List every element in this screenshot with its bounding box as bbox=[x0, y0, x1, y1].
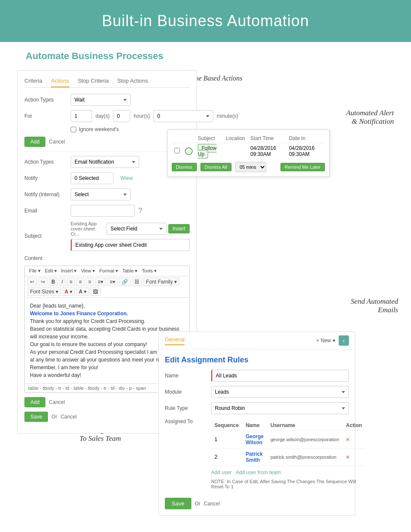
help-icon[interactable]: ? bbox=[138, 207, 142, 215]
rule-type-select[interactable]: Round Robin bbox=[211, 402, 349, 414]
bg-color-btn[interactable]: A ▾ bbox=[76, 287, 89, 296]
email-row: Email ? bbox=[24, 205, 190, 217]
add-button-1[interactable]: Add bbox=[24, 137, 45, 147]
menu-tools[interactable]: Tools ▾ bbox=[140, 267, 158, 275]
italic-btn[interactable]: I bbox=[59, 278, 66, 286]
insert-dropdown-label: Existing App cover sheet Cr... bbox=[71, 221, 105, 236]
redo-btn[interactable]: ↪ bbox=[38, 278, 48, 286]
tab-stop-criteria[interactable]: Stop Criteria bbox=[78, 78, 109, 87]
subject-row: Subject Existing App cover sheet Cr... S… bbox=[24, 221, 190, 251]
editor-line3: Thank you for applying for Credit Card P… bbox=[30, 317, 184, 325]
nav-back-button[interactable]: ‹ bbox=[339, 335, 349, 346]
dismiss-button[interactable]: Dismiss bbox=[172, 163, 197, 171]
module-row: Module Leads bbox=[165, 386, 349, 398]
action-1[interactable]: × bbox=[342, 431, 365, 448]
image-btn[interactable]: 🖼 bbox=[90, 287, 101, 296]
undo-btn[interactable]: ↩ bbox=[27, 278, 37, 286]
insert-button[interactable]: Insert bbox=[168, 224, 190, 233]
hour-unit: hour(s) bbox=[134, 113, 150, 119]
menu-edit[interactable]: Edit ▾ bbox=[43, 267, 59, 275]
table-row: 1 George Wilson george.wilson@jonescorpo… bbox=[211, 431, 365, 448]
tab-stop-actions[interactable]: Stop Actions bbox=[117, 78, 148, 87]
module-select[interactable]: Leads bbox=[211, 386, 349, 398]
user-email-1: george.wilson@jonescorporation bbox=[267, 431, 342, 448]
card-cancel-button[interactable]: Cancel bbox=[204, 501, 220, 507]
new-btn-arrow: ▾ bbox=[333, 338, 335, 344]
menu-file[interactable]: File ▾ bbox=[27, 267, 42, 275]
font-size-btn[interactable]: Font Sizes ▾ bbox=[27, 287, 61, 296]
add-button-2[interactable]: Add bbox=[24, 397, 45, 407]
tab-actions[interactable]: Actions bbox=[51, 78, 69, 87]
save-button[interactable]: Save bbox=[24, 412, 48, 422]
font-family-btn[interactable]: Font Family ▾ bbox=[143, 278, 179, 286]
user-email-2: patrick.smith@jonescorporation bbox=[267, 448, 342, 466]
bold-btn[interactable]: B bbox=[49, 278, 58, 286]
seq-1: 1 bbox=[211, 431, 242, 448]
align-right-btn[interactable]: ≡ bbox=[86, 278, 94, 286]
col-name: Name bbox=[242, 420, 267, 431]
notif-checkbox-col bbox=[172, 134, 182, 143]
add-cancel-row-1: Add Cancel bbox=[24, 137, 190, 147]
align-left-btn[interactable]: ≡ bbox=[67, 278, 75, 286]
email-input[interactable] bbox=[71, 205, 135, 217]
tab-criteria[interactable]: Criteria bbox=[24, 78, 42, 87]
mins-select[interactable]: 05 mins bbox=[235, 162, 266, 172]
card-tab-general[interactable]: General bbox=[165, 336, 185, 345]
notif-row-checkbox[interactable] bbox=[172, 143, 182, 160]
notify-internal-row: Notify (Internal) Select bbox=[24, 188, 190, 200]
col-subject: Subject bbox=[195, 134, 223, 143]
add-team-link[interactable]: Add user from team bbox=[235, 469, 280, 475]
subject-input[interactable] bbox=[71, 239, 190, 251]
action-types-select[interactable]: Wait bbox=[71, 94, 131, 106]
name-input[interactable] bbox=[211, 370, 349, 382]
minute-unit: minute(s) bbox=[217, 113, 238, 119]
day-unit: day(s) bbox=[95, 113, 110, 119]
editor-line1: Dear {leads last_name}, bbox=[30, 302, 184, 310]
col-username: Username bbox=[267, 420, 342, 431]
list-btn[interactable]: ≡▾ bbox=[95, 278, 106, 286]
header-title: Built-in Business Automation bbox=[102, 12, 309, 30]
action-types-row: Action Types Wait bbox=[24, 94, 190, 106]
page-header: Built-in Business Automation bbox=[0, 0, 411, 42]
card-save-button[interactable]: Save bbox=[165, 498, 191, 509]
for-hours-input[interactable] bbox=[113, 110, 130, 122]
menu-table[interactable]: Table ▾ bbox=[121, 267, 139, 275]
notif-row: ○ Follow Up 04/28/2016 09:30AM 04/28/201… bbox=[172, 143, 325, 160]
menu-format[interactable]: Format ▾ bbox=[98, 267, 120, 275]
subject-label: Subject bbox=[24, 233, 67, 239]
new-button[interactable]: + New ▾ bbox=[316, 338, 335, 344]
cancel-button-3[interactable]: Cancel bbox=[61, 414, 77, 420]
select-field-dropdown[interactable]: Select Field bbox=[107, 223, 167, 235]
email-label: Email bbox=[24, 208, 67, 214]
menu-view[interactable]: View ▾ bbox=[79, 267, 97, 275]
note-text: NOTE: In Case of Edit, After Saving The … bbox=[211, 479, 365, 489]
notify-internal-select[interactable]: Select bbox=[71, 188, 131, 200]
card-header-right: + New ▾ ‹ bbox=[316, 335, 349, 346]
ignore-weekends-label: Ignore weekend's bbox=[79, 126, 119, 132]
action-2[interactable]: × bbox=[342, 448, 365, 466]
add-user-link[interactable]: Add user bbox=[211, 469, 232, 475]
align-center-btn[interactable]: ≡ bbox=[76, 278, 84, 286]
rule-type-row: Rule Type Round Robin bbox=[165, 402, 349, 414]
action-types-select-2[interactable]: Email Notification bbox=[71, 156, 139, 168]
minute-select[interactable]: 0 bbox=[153, 110, 213, 122]
ignore-weekends-checkbox[interactable] bbox=[71, 127, 76, 132]
cancel-button-2[interactable]: Cancel bbox=[49, 399, 65, 405]
link-btn[interactable]: 🔗 bbox=[119, 278, 131, 286]
user-name-2: Patrick Smith bbox=[242, 448, 267, 466]
menu-insert[interactable]: Insert ▾ bbox=[60, 267, 79, 275]
unlink-btn[interactable]: ⛓ bbox=[132, 278, 142, 286]
notify-input[interactable] bbox=[71, 172, 113, 184]
view-link[interactable]: Wiew bbox=[120, 175, 133, 181]
editor-breadcrumb: table - tbody - tr - td - table - tbody … bbox=[28, 386, 146, 391]
ordered-list-btn[interactable]: ≡▾ bbox=[107, 278, 118, 286]
remind-button[interactable]: Remind Me Later bbox=[280, 163, 325, 171]
font-color-btn[interactable]: A ▾ bbox=[62, 287, 75, 296]
assigned-to-row: Assigned To Sequence Name Username Actio… bbox=[165, 418, 349, 493]
notif-footer: Dismiss Dismiss All 05 mins Remind Me La… bbox=[172, 162, 325, 172]
or-text: Or bbox=[51, 414, 57, 420]
for-days-input[interactable] bbox=[71, 110, 92, 122]
cancel-button-1[interactable]: Cancel bbox=[49, 139, 65, 145]
insert-row: Existing App cover sheet Cr... Select Fi… bbox=[71, 221, 190, 236]
dismiss-all-button[interactable]: Dismiss All bbox=[200, 163, 232, 171]
